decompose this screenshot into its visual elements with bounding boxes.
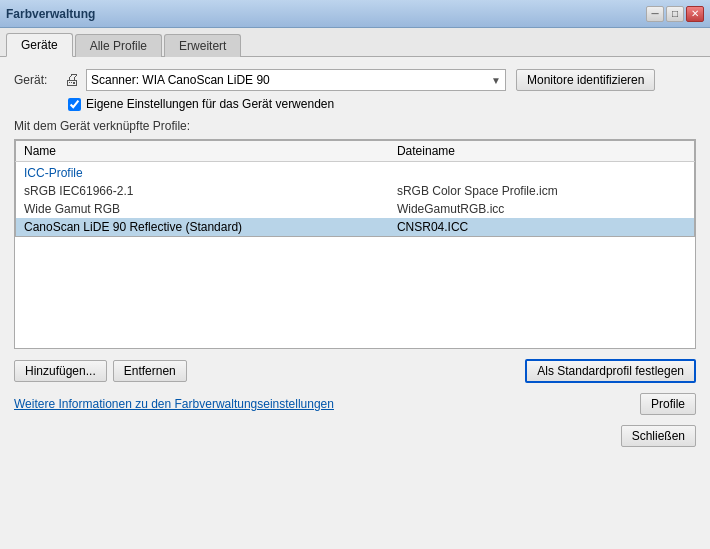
- own-settings-checkbox[interactable]: [68, 98, 81, 111]
- main-content: Gerät: 🖨 Scanner: WIA CanoScan LiDE 90 ▼…: [0, 57, 710, 459]
- profile-button[interactable]: Profile: [640, 393, 696, 415]
- device-dropdown-value: Scanner: WIA CanoScan LiDE 90: [91, 73, 270, 87]
- row-filename: CNSR04.ICC: [389, 218, 695, 237]
- table-row[interactable]: ICC-Profile: [16, 162, 695, 183]
- tab-alle-profile[interactable]: Alle Profile: [75, 34, 162, 57]
- window-title: Farbverwaltung: [6, 7, 95, 21]
- table-row-selected[interactable]: CanoScan LiDE 90 Reflective (Standard) C…: [16, 218, 695, 237]
- set-default-button[interactable]: Als Standardprofil festlegen: [525, 359, 696, 383]
- row-filename: WideGamutRGB.icc: [389, 200, 695, 218]
- minimize-button[interactable]: ─: [646, 6, 664, 22]
- maximize-button[interactable]: □: [666, 6, 684, 22]
- close-footer-button[interactable]: Schließen: [621, 425, 696, 447]
- profiles-table: Name Dateiname ICC-Profile sRGB IEC61966…: [15, 140, 695, 237]
- col-name-header: Name: [16, 141, 389, 162]
- tab-erweitert[interactable]: Erweitert: [164, 34, 241, 57]
- close-button[interactable]: ✕: [686, 6, 704, 22]
- col-filename-header: Dateiname: [389, 141, 695, 162]
- geraet-label: Gerät:: [14, 73, 64, 87]
- title-controls: ─ □ ✕: [646, 6, 704, 22]
- profiles-table-wrapper: Name Dateiname ICC-Profile sRGB IEC61966…: [14, 139, 696, 349]
- row-name: ICC-Profile: [16, 162, 389, 183]
- table-row[interactable]: Wide Gamut RGB WideGamutRGB.icc: [16, 200, 695, 218]
- tabs-bar: Geräte Alle Profile Erweitert: [0, 28, 710, 57]
- title-bar: Farbverwaltung ─ □ ✕: [0, 0, 710, 28]
- row-name: sRGB IEC61966-2.1: [16, 182, 389, 200]
- row-name: CanoScan LiDE 90 Reflective (Standard): [16, 218, 389, 237]
- tab-geraete[interactable]: Geräte: [6, 33, 73, 57]
- remove-button[interactable]: Entfernen: [113, 360, 187, 382]
- set-default-wrapper: Als Standardprofil festlegen: [525, 359, 696, 383]
- footer-row: Weitere Informationen zu den Farbverwalt…: [14, 393, 696, 415]
- device-row: Gerät: 🖨 Scanner: WIA CanoScan LiDE 90 ▼…: [14, 69, 696, 91]
- table-row[interactable]: sRGB IEC61966-2.1 sRGB Color Space Profi…: [16, 182, 695, 200]
- checkbox-row: Eigene Einstellungen für das Gerät verwe…: [68, 97, 696, 111]
- profiles-section-label: Mit dem Gerät verknüpfte Profile:: [14, 119, 696, 133]
- info-link[interactable]: Weitere Informationen zu den Farbverwalt…: [14, 397, 334, 411]
- row-name: Wide Gamut RGB: [16, 200, 389, 218]
- checkbox-label: Eigene Einstellungen für das Gerät verwe…: [86, 97, 334, 111]
- close-footer: Schließen: [14, 425, 696, 447]
- device-dropdown[interactable]: Scanner: WIA CanoScan LiDE 90 ▼: [86, 69, 506, 91]
- row-filename: sRGB Color Space Profile.icm: [389, 182, 695, 200]
- monitor-identify-button[interactable]: Monitore identifizieren: [516, 69, 655, 91]
- row-filename: [389, 162, 695, 183]
- bottom-buttons: Hinzufügen... Entfernen Als Standardprof…: [14, 359, 696, 383]
- scanner-icon: 🖨: [64, 71, 80, 89]
- chevron-down-icon: ▼: [491, 75, 501, 86]
- add-button[interactable]: Hinzufügen...: [14, 360, 107, 382]
